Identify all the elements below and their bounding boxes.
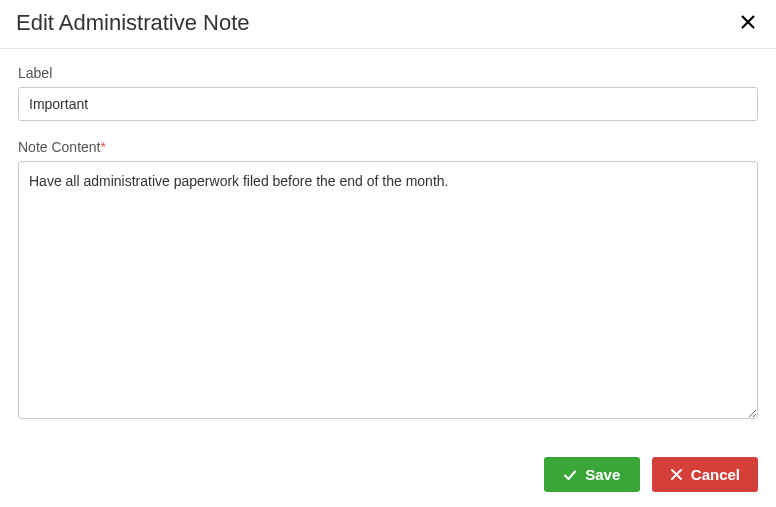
content-field-label-text: Note Content	[18, 139, 101, 155]
cancel-button-label: Cancel	[691, 466, 740, 483]
edit-note-modal: Edit Administrative Note Label Note Cont…	[0, 0, 776, 507]
content-field-label: Note Content*	[18, 139, 758, 155]
label-field-label: Label	[18, 65, 758, 81]
save-button-label: Save	[585, 466, 620, 483]
modal-header: Edit Administrative Note	[0, 0, 776, 49]
x-icon	[670, 468, 683, 481]
label-field-group: Label	[18, 65, 758, 121]
save-button[interactable]: Save	[544, 457, 640, 492]
modal-title: Edit Administrative Note	[16, 10, 250, 36]
check-icon	[563, 468, 577, 482]
required-marker: *	[101, 139, 106, 155]
close-button[interactable]	[736, 10, 760, 36]
label-input[interactable]	[18, 87, 758, 121]
content-field-group: Note Content*	[18, 139, 758, 423]
cancel-button[interactable]: Cancel	[652, 457, 758, 492]
modal-body: Label Note Content*	[0, 49, 776, 457]
close-icon	[740, 14, 756, 30]
modal-footer: Save Cancel	[0, 457, 776, 507]
content-textarea[interactable]	[18, 161, 758, 419]
